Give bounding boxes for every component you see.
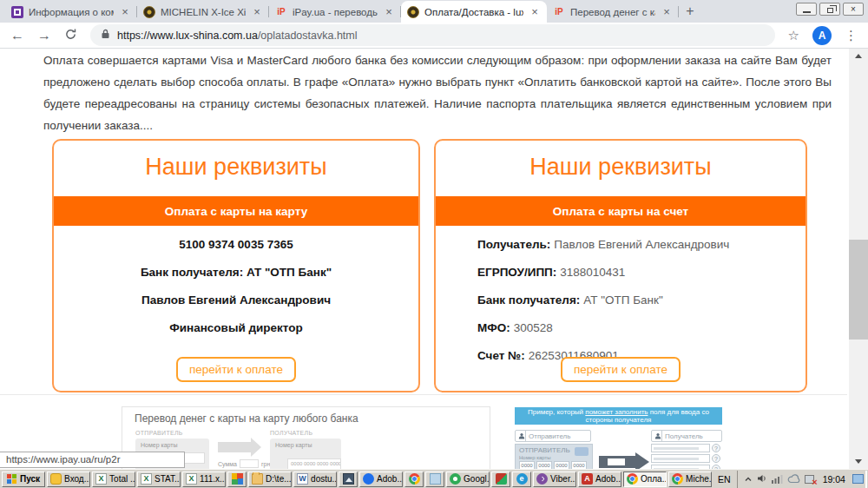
page-content: Оплата совершается картами Visa и Master…: [0, 49, 868, 469]
card-number: 5100 9374 0035 7365: [54, 238, 418, 251]
taskbar-button-vhod[interactable]: Вход...: [47, 472, 90, 487]
scrollbar-thumb[interactable]: [849, 240, 868, 340]
image-app-icon: [343, 473, 354, 485]
taskbar-button-111x[interactable]: 111.x...: [182, 472, 226, 487]
scroll-up-arrow[interactable]: [849, 49, 868, 63]
tire-favicon-icon: [407, 6, 419, 18]
card-number-label: Номер карты: [141, 442, 178, 448]
recipient-label: ПОЛУЧАТЕЛЬ: [270, 430, 312, 436]
system-tray: 19:04: [737, 471, 867, 488]
go-to-payment-button[interactable]: перейти к оплате: [561, 357, 681, 382]
card-to-card-header: Оплата с карты на карту: [54, 196, 418, 226]
language-indicator[interactable]: EN: [713, 474, 735, 485]
excel-icon: [141, 473, 152, 485]
ipay-favicon-icon: [553, 6, 565, 18]
back-icon[interactable]: ←: [10, 29, 24, 43]
forward-icon[interactable]: →: [37, 29, 51, 43]
tab-title: iPay.ua - переводы денег с к: [293, 7, 378, 17]
taskbar-button-viber[interactable]: Viber...: [533, 472, 576, 487]
taskbar-button-adobe-red[interactable]: Adob...: [578, 472, 621, 487]
volume-icon[interactable]: [757, 472, 767, 487]
color-app-icon: [496, 473, 507, 485]
taskbar-button-oplata-active[interactable]: Опла...: [623, 472, 667, 487]
taskbar-button-e-app[interactable]: [512, 472, 531, 487]
excel-icon: [95, 473, 107, 485]
restore-button[interactable]: [819, 3, 840, 16]
tab-oplata-dostavka-active[interactable]: Оплата/Доставка - lux shina ×: [401, 1, 547, 23]
window-controls: ×: [796, 3, 864, 16]
sender-placeholder: Отправитель: [526, 432, 570, 440]
payment-intro-paragraph: Оплата совершается картами Visa и Master…: [43, 49, 832, 136]
taskbar-button-window-app[interactable]: [425, 472, 444, 487]
start-button[interactable]: Пуск: [2, 472, 45, 487]
recipient-field-row: [651, 444, 722, 452]
tire-favicon-icon: [143, 6, 155, 18]
address-bar[interactable]: https://www.lux-shina.com.ua/oplatadosta…: [90, 24, 775, 46]
tab-title: Оплата/Доставка - lux shina: [424, 7, 523, 17]
recipient-bank: Банк получателя: АТ "ОТП Банк": [54, 266, 418, 279]
taskbar-button-michelin[interactable]: Miche...: [668, 472, 712, 487]
taskbar-button-dostu[interactable]: dostu...: [293, 472, 337, 487]
tab-close-icon[interactable]: ×: [251, 6, 263, 18]
tab-close-icon[interactable]: ×: [661, 6, 673, 18]
lock-icon: [101, 29, 110, 42]
tab-perevod-deneg[interactable]: Перевод денег с карты на к ×: [547, 1, 679, 23]
taskbar-button-grid-app[interactable]: [227, 472, 247, 487]
minimize-icon: [803, 11, 811, 13]
close-icon: ×: [851, 5, 856, 14]
scroll-down-arrow[interactable]: [849, 454, 868, 469]
taskbar-button-image-app[interactable]: [339, 472, 358, 487]
bookmark-star-icon[interactable]: ☆: [788, 28, 799, 43]
taskbar-button-adobe-blue[interactable]: Adob...: [359, 472, 403, 487]
green-app-icon: [450, 473, 461, 485]
taskbar-button-stat[interactable]: STAT...: [137, 472, 181, 487]
tab-close-icon[interactable]: ×: [383, 6, 395, 18]
taskbar-button-chrome[interactable]: [404, 472, 424, 487]
recipient-field-row: [651, 454, 722, 463]
card-number-label: Номер карты: [519, 455, 551, 460]
card-to-card-box: Наши реквизиты Оплата с карты на карту 5…: [52, 139, 420, 392]
network-error-icon[interactable]: [805, 473, 816, 485]
go-to-payment-button[interactable]: перейти к оплате: [176, 357, 296, 382]
network-signal-icon[interactable]: [772, 472, 783, 487]
card-to-account-box: Наши реквизиты Оплата с карты на счет По…: [434, 139, 807, 392]
tab-title: Информация о компании «Т: [29, 7, 114, 17]
menu-dots-icon[interactable]: ⋮: [845, 28, 858, 43]
tab-company-info[interactable]: Информация о компании «Т ×: [5, 1, 137, 23]
amount-label: Сумма: [218, 461, 237, 467]
adobe-pdf-icon: [582, 473, 593, 485]
recipient-name-input: Получатель: [651, 430, 722, 442]
viber-icon: [536, 473, 548, 485]
tab-close-icon[interactable]: ×: [119, 6, 131, 18]
banner-link[interactable]: поможет заполнить: [585, 408, 648, 416]
reload-icon[interactable]: [64, 28, 77, 43]
amount-input: [608, 458, 625, 465]
profile-avatar[interactable]: A: [812, 26, 832, 45]
amount-input: [240, 459, 259, 468]
show-desktop-icon[interactable]: [852, 474, 864, 484]
tab-close-icon[interactable]: ×: [529, 6, 541, 18]
tab-strip: Информация о компании «Т × MICHELIN X-Ic…: [0, 0, 868, 23]
taskbar-button-folder[interactable]: D:\te...: [248, 472, 292, 487]
tab-ipay[interactable]: iPay.ua - переводы денег с к ×: [269, 1, 401, 23]
field-recipient: Получатель:Павлов Евгений Александрович: [477, 238, 729, 251]
card-chip-icon: [575, 447, 589, 456]
taskbar-button-google[interactable]: Googl...: [446, 472, 490, 487]
ipay-example-image[interactable]: Пример, который поможет заполнить поля д…: [514, 405, 723, 469]
taskbar-button-total[interactable]: Total ...: [92, 472, 135, 487]
close-button[interactable]: ×: [843, 3, 864, 16]
currency-label: грн: [261, 461, 270, 467]
purple-site-favicon-icon: [11, 6, 23, 18]
vertical-scrollbar[interactable]: [849, 49, 868, 469]
taskbar-button-color-app[interactable]: [491, 472, 510, 487]
tab-title: Перевод денег с карты на к: [570, 7, 655, 17]
window-app-icon: [430, 473, 441, 485]
new-tab-button[interactable]: +: [679, 1, 701, 22]
hidden-icons-chevron-icon[interactable]: [744, 472, 753, 487]
requisites-title: Наши реквизиты: [54, 154, 418, 181]
tab-michelin[interactable]: MICHELIN X-Ice Xi3 215/65R ×: [137, 1, 269, 23]
cloud-icon[interactable]: [787, 472, 800, 487]
card-digit-groups: 0000000000000000: [519, 461, 587, 469]
minimize-button[interactable]: [796, 3, 817, 16]
recipient-name: Павлов Евгений Александрович: [54, 293, 418, 307]
